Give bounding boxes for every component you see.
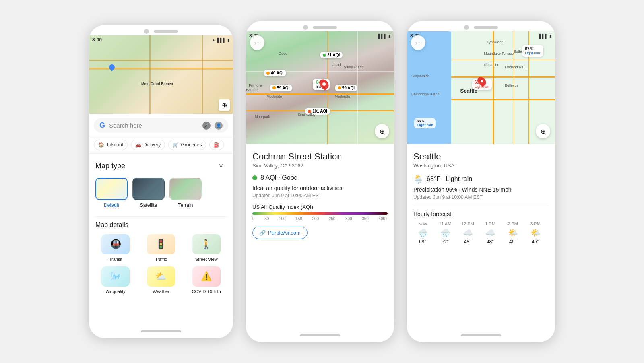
avatar-icon[interactable]: 👤 — [215, 122, 223, 130]
aqi-dot-yellow-59a — [272, 86, 276, 89]
purpleair-label: PurpleAir.com — [268, 230, 301, 236]
map-type-terrain[interactable]: Terrain — [169, 178, 202, 208]
streetview-label: Street View — [195, 257, 218, 262]
map-label-fillmore: Fillmore — [249, 83, 262, 87]
phone-3-bottom-bar — [407, 331, 555, 342]
phone-2-map: 8:00 ▌▌▌ ▮ ← 21 AQI 40 AQI — [246, 31, 394, 144]
map-pin — [109, 64, 115, 70]
google-logo: G — [99, 121, 105, 130]
weather-badge-label: Light rain — [525, 51, 540, 55]
location-name-3: Seattle — [413, 151, 549, 162]
map-place-label: Miso Good Ramen — [141, 82, 173, 86]
back-button-3[interactable]: ← — [411, 35, 425, 50]
covid-icon-box: ⚠️ — [192, 266, 221, 287]
signal-icon: ▌▌▌ — [217, 38, 226, 42]
hour-now-temp: 68° — [419, 239, 426, 245]
location-button-3[interactable]: ⊕ — [536, 124, 550, 138]
covid-label: COVID-19 Info — [192, 289, 221, 294]
phone-1-time: 8:00 — [92, 37, 102, 43]
detail-transit[interactable]: 🚇 Transit — [95, 234, 136, 262]
chip-delivery[interactable]: 🚗 Delivery — [131, 140, 165, 150]
battery-icon: ▮ — [227, 38, 230, 42]
map-type-terrain-label: Terrain — [178, 202, 193, 208]
hour-11am: 11 AM 🌧️ 52° — [436, 221, 454, 245]
hour-1pm-label: 1 PM — [485, 221, 495, 226]
weather-row: 🌦️ 68°F · Light rain — [413, 174, 549, 184]
phone-1-status-bar: 8:00 ▲ ▌▌▌ ▮ — [92, 37, 230, 43]
phone-2-bottom-bar — [246, 331, 394, 342]
mic-icon[interactable]: 🎤 — [202, 122, 211, 130]
streetview-icon: 🚶 — [201, 239, 212, 250]
back-button-2[interactable]: ← — [250, 35, 264, 50]
layers-button[interactable]: ⊕ — [219, 99, 230, 111]
phone-3: 8:00 ▌▌▌ ▮ ← 62°F Light rain Lynnwood Mo… — [407, 21, 555, 342]
search-bar[interactable]: G Search here 🎤 👤 — [94, 118, 228, 133]
aqi-status-dot — [252, 175, 257, 180]
map-label-moorpark: Moorpark — [255, 115, 270, 119]
hour-2pm-icon: 🌤️ — [508, 228, 518, 237]
detail-traffic[interactable]: 🚦 Traffic — [141, 234, 182, 262]
delivery-icon: 🚗 — [135, 142, 141, 148]
hour-11am-temp: 52° — [442, 239, 449, 245]
close-button[interactable]: × — [215, 160, 227, 171]
hour-11am-label: 11 AM — [439, 221, 451, 226]
aqi-59a-label: 59 AQI — [277, 86, 289, 90]
map-type-panel: Map type × Default Sate — [89, 154, 233, 327]
map-type-default[interactable]: Default — [95, 178, 128, 208]
phone-2: 8:00 ▌▌▌ ▮ ← 21 AQI 40 AQI — [246, 21, 394, 342]
chip-groceries[interactable]: 🛒 Groceries — [168, 140, 206, 150]
weather-icon: ⛅ — [155, 271, 166, 282]
phone-2-info: Cochran Street Station Simi Valley, CA 9… — [246, 144, 394, 331]
aqi-description: Ideal air quality for outdoor activities… — [252, 185, 388, 191]
aqi-scale: 0 50 100 150 200 250 300 350 400+ — [252, 217, 388, 221]
hour-11am-icon: 🌧️ — [440, 228, 450, 237]
hour-1pm-icon: ☁️ — [485, 228, 495, 237]
detail-airquality[interactable]: 🌬️ Air quality — [95, 266, 136, 294]
detail-streetview[interactable]: 🚶 Street View — [186, 234, 227, 262]
chip-takeout[interactable]: 🏠 Takeout — [94, 140, 128, 150]
phone-1-map-bg — [89, 35, 233, 114]
hour-now-icon: 🌧️ — [418, 228, 428, 237]
chip-delivery-label: Delivery — [143, 142, 161, 148]
divider-1 — [95, 216, 227, 217]
transit-icon: 🚇 — [110, 239, 121, 250]
map-pin-3 — [478, 76, 485, 86]
link-icon: 🔗 — [259, 230, 266, 236]
chip-gas[interactable]: ⛽ — [209, 140, 224, 150]
map-type-terrain-thumb — [169, 178, 202, 200]
hour-2pm-temp: 46° — [509, 239, 516, 245]
hour-now-label: Now — [418, 221, 427, 226]
aqi-updated: Updated Jun 9 at 10:00 AM EST — [252, 193, 388, 198]
quick-chips: 🏠 Takeout 🚗 Delivery 🛒 Groceries ⛽ — [89, 136, 233, 154]
map-label-barsdal: Barsdal — [246, 88, 258, 92]
divider-3 — [413, 206, 549, 206]
detail-covid[interactable]: ⚠️ COVID-19 Info — [186, 266, 227, 294]
weather-bubble-label: Light rain — [417, 123, 433, 127]
takeout-icon: 🏠 — [98, 142, 104, 148]
phone-1-icons: ▲ ▌▌▌ ▮ — [212, 38, 230, 42]
phone-2-home-bar[interactable] — [300, 334, 340, 336]
hour-2pm-label: 2 PM — [508, 221, 518, 226]
aqi-badge-21: 21 AQI — [320, 52, 343, 58]
phone-3-camera — [464, 25, 469, 30]
map-type-satellite[interactable]: Satellite — [132, 178, 165, 208]
aqi-badge-59b: 59 AQI — [335, 85, 357, 91]
phone-1-home-bar[interactable] — [141, 330, 181, 332]
location-button-2[interactable]: ⊕ — [375, 124, 389, 138]
phone-1-bottom-bar — [89, 327, 233, 338]
aqi-300: 300 — [345, 217, 352, 221]
hour-12pm: 12 PM ☁️ 48° — [458, 221, 477, 245]
detail-weather[interactable]: ⛅ Weather — [141, 266, 182, 294]
hour-3pm-label: 3 PM — [530, 221, 541, 226]
search-input[interactable]: Search here — [109, 122, 198, 129]
aqi-21-label: 21 AQI — [327, 53, 340, 57]
phone-1: 8:00 ▲ ▌▌▌ ▮ Miso Good Ramen ⊕ — [89, 25, 233, 338]
map-label-lynnwood: Lynnwood — [487, 40, 504, 44]
aqi-400: 400+ — [378, 217, 388, 221]
aqi-dot-yellow-40 — [266, 72, 270, 75]
purpleair-button[interactable]: 🔗 PurpleAir.com — [252, 227, 308, 239]
map-label-moderate1: Moderate — [267, 95, 282, 99]
weather-badge-map: 62°F Light rain — [522, 45, 543, 57]
phone-3-home-bar[interactable] — [461, 334, 501, 336]
transit-icon-box: 🚇 — [101, 234, 130, 254]
